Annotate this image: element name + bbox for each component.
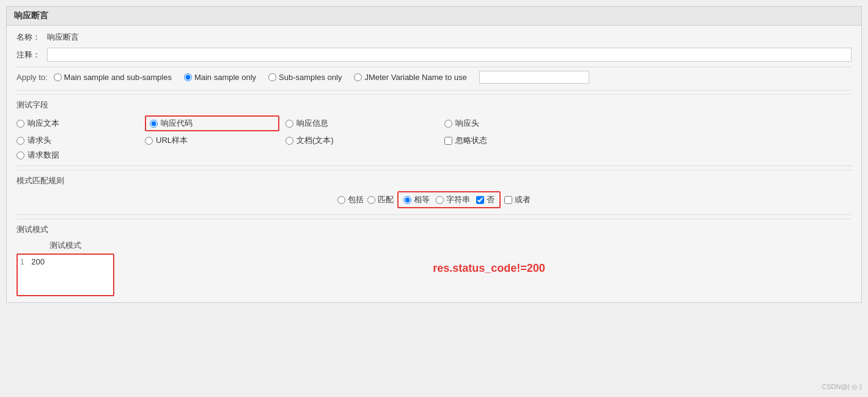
radio-resp-head[interactable]	[444, 120, 452, 128]
label-req-data[interactable]: 请求数据	[28, 150, 59, 161]
test-fields-title: 测试字段	[17, 100, 851, 111]
radio-jmeter-var: JMeter Variable Name to use	[354, 73, 466, 82]
field-ignore-status: 忽略状态	[444, 135, 567, 146]
label-req-head[interactable]: 请求头	[28, 135, 51, 146]
result-text: res.status_code!=200	[433, 262, 545, 275]
rule-equals: 相等	[403, 194, 430, 205]
radio-sub-only-input[interactable]	[268, 73, 276, 81]
panel-body: 名称： 响应断言 注释： Apply to: Main sample and s…	[7, 26, 861, 302]
radio-main-only-input[interactable]	[184, 73, 192, 81]
radio-jmeter-var-input[interactable]	[354, 73, 362, 81]
table-row: 1 200	[20, 257, 111, 266]
label-or[interactable]: 或者	[515, 194, 531, 205]
label-equals[interactable]: 相等	[414, 194, 430, 205]
field-req-data: 请求数据	[17, 150, 139, 161]
field-req-head: 请求头	[17, 135, 139, 146]
name-row: 名称： 响应断言	[17, 32, 851, 43]
label-resp-text[interactable]: 响应文本	[28, 118, 59, 129]
radio-url-sample[interactable]	[145, 137, 153, 145]
rule-contains: 包括	[337, 194, 364, 205]
comment-row: 注释：	[17, 48, 851, 62]
radio-main-only: Main sample only	[184, 73, 256, 82]
field-resp-head: 响应头	[444, 115, 567, 131]
main-panel: 响应断言 名称： 响应断言 注释： Apply to: Main sample …	[6, 6, 862, 303]
radio-equals[interactable]	[403, 196, 411, 204]
radio-sub-only-label[interactable]: Sub-samples only	[279, 73, 342, 82]
rule-or: 或者	[504, 194, 531, 205]
rule-substring: 字符串	[436, 194, 470, 205]
pattern-section: 模式匹配规则 包括 匹配 相等 字符串	[17, 170, 851, 208]
radio-resp-info[interactable]	[285, 120, 293, 128]
apply-to-label: Apply to:	[17, 73, 48, 82]
radio-req-head[interactable]	[17, 137, 24, 145]
radio-main-sub: Main sample and sub-samples	[54, 73, 172, 82]
pattern-rules-row: 包括 匹配 相等 字符串	[17, 191, 851, 208]
radio-contains[interactable]	[337, 196, 345, 204]
label-url-sample[interactable]: URL样本	[156, 135, 188, 146]
field-url-sample: URL样本	[145, 135, 279, 146]
radio-jmeter-var-label[interactable]: JMeter Variable Name to use	[364, 73, 466, 82]
test-mode-title: 测试模式	[17, 224, 851, 235]
comment-label: 注释：	[17, 49, 47, 60]
test-mode-table-header: 测试模式	[17, 240, 114, 251]
radio-sub-only: Sub-samples only	[268, 73, 342, 82]
pattern-highlighted-group: 相等 字符串 否	[397, 191, 501, 208]
panel-title: 响应断言	[7, 7, 861, 26]
label-resp-code[interactable]: 响应代码	[161, 118, 193, 129]
test-mode-table: 1 200	[17, 253, 114, 296]
name-label: 名称：	[17, 32, 47, 43]
test-mode-container: 测试模式 1 200 res.status_code!=200	[17, 240, 851, 296]
field-doc-text: 文档(文本)	[285, 135, 438, 146]
pattern-title: 模式匹配规则	[17, 175, 851, 186]
radio-matches[interactable]	[367, 196, 375, 204]
label-resp-head[interactable]: 响应头	[455, 118, 479, 129]
rule-not: 否	[476, 194, 495, 205]
comment-input[interactable]	[47, 48, 851, 62]
radio-substring[interactable]	[436, 196, 444, 204]
radio-main-only-label[interactable]: Main sample only	[194, 73, 256, 82]
label-substring[interactable]: 字符串	[446, 194, 470, 205]
label-doc-text[interactable]: 文档(文本)	[296, 135, 334, 146]
row-value: 200	[31, 257, 45, 266]
label-not[interactable]: 否	[487, 194, 495, 205]
checkbox-or[interactable]	[504, 196, 512, 204]
checkbox-ignore-status[interactable]	[444, 137, 452, 145]
test-mode-section: 测试模式 测试模式 1 200 res.status_code!=200	[17, 219, 851, 296]
label-contains[interactable]: 包括	[348, 194, 364, 205]
label-matches[interactable]: 匹配	[378, 194, 394, 205]
jmeter-var-text-input[interactable]	[479, 71, 589, 84]
field-resp-info: 响应信息	[285, 115, 438, 131]
radio-req-data[interactable]	[17, 151, 24, 159]
checkbox-not[interactable]	[476, 196, 484, 204]
radio-resp-code[interactable]	[150, 120, 158, 128]
radio-main-sub-input[interactable]	[54, 73, 62, 81]
row-num: 1	[20, 258, 24, 266]
test-fields-section: 测试字段 响应文本 响应代码 响应信息 响应头	[17, 94, 851, 161]
radio-doc-text[interactable]	[285, 137, 293, 145]
field-resp-text: 响应文本	[17, 115, 139, 131]
test-mode-result-area: res.status_code!=200	[127, 240, 851, 296]
apply-to-row: Apply to: Main sample and sub-samples Ma…	[17, 71, 851, 84]
label-ignore-status[interactable]: 忽略状态	[455, 135, 487, 146]
label-resp-info[interactable]: 响应信息	[296, 118, 328, 129]
radio-resp-text[interactable]	[17, 120, 24, 128]
radio-main-sub-label[interactable]: Main sample and sub-samples	[64, 73, 172, 82]
rule-matches: 匹配	[367, 194, 394, 205]
name-value: 响应断言	[47, 32, 79, 43]
field-resp-code-highlighted: 响应代码	[145, 115, 279, 131]
